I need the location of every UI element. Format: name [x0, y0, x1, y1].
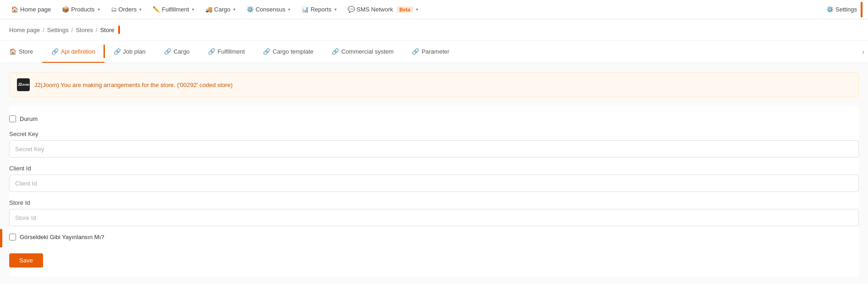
tab-cargo[interactable]: 🔗 Cargo	[155, 41, 199, 63]
consensus-icon: ⚙️	[246, 6, 254, 13]
fulfillment-icon: ✏️	[153, 6, 160, 13]
nav-orders-label: Orders	[119, 6, 137, 13]
parameter-tab-icon: 🔗	[412, 48, 419, 55]
chevron-down-icon: ▾	[416, 7, 418, 12]
durum-row: Durum	[9, 115, 859, 122]
nav-consensus[interactable]: ⚙️ Consensus ▾	[241, 0, 296, 19]
breadcrumb-current: Store	[100, 27, 115, 33]
chevron-down-icon: ▾	[233, 7, 235, 12]
logo-line2: JOOM	[22, 83, 29, 87]
nav-smsnetwork[interactable]: 💬 SMS Network Beta ▾	[342, 0, 424, 19]
durum-checkbox[interactable]	[9, 115, 16, 122]
chevron-down-icon: ▾	[192, 7, 194, 12]
left-side-indicator	[0, 229, 2, 247]
nav-settings[interactable]: ⚙️ Settings	[821, 0, 863, 19]
gorseldeki-label: Görseldeki Gibi Yayınlansın Mı?	[20, 234, 104, 240]
settings-icon: ⚙️	[826, 6, 834, 13]
chevron-down-icon: ▾	[288, 7, 290, 12]
save-button[interactable]: Save	[9, 253, 43, 268]
client-id-input[interactable]	[9, 175, 859, 192]
tab-api-definition-label: Api definition	[61, 48, 95, 55]
breadcrumb-homepage[interactable]: Home page	[9, 27, 40, 33]
secret-key-label: Secret Key	[9, 131, 859, 137]
breadcrumb-settings[interactable]: Settings	[47, 27, 69, 33]
nav-products-label: Products	[71, 6, 94, 13]
nav-reports[interactable]: 📊 Reports ▾	[296, 0, 342, 19]
nav-homepage-label: Home page	[20, 6, 51, 13]
content-area: J2 JOOM J2(Joom) You are making arrangem…	[0, 63, 868, 284]
tab-cargo-template-label: Cargo template	[273, 48, 313, 55]
breadcrumb-separator: /	[43, 27, 44, 33]
nav-consensus-label: Consensus	[256, 6, 285, 13]
nav-cargo-label: Cargo	[214, 6, 230, 13]
tab-store[interactable]: 🏠 Store	[0, 41, 42, 63]
gorseldeki-row: Görseldeki Gibi Yayınlansın Mı?	[9, 234, 859, 240]
tab-cargo-label: Cargo	[174, 48, 190, 55]
client-id-label: Client Id	[9, 165, 859, 172]
gorseldeki-checkbox[interactable]	[9, 234, 16, 240]
nav-cargo[interactable]: 🚚 Cargo ▾	[200, 0, 241, 19]
breadcrumb-separator: /	[71, 27, 73, 33]
secret-key-input[interactable]	[9, 140, 859, 158]
chevron-down-icon: ▾	[334, 7, 337, 12]
form-section: Durum Secret Key Client Id Store Id Görs…	[9, 106, 859, 277]
breadcrumb: Home page / Settings / Stores / Store	[0, 19, 868, 41]
tab-fulfillment-label: Fulfillment	[218, 48, 245, 55]
products-icon: 📦	[62, 6, 69, 13]
tab-parameter[interactable]: 🔗 Parameter	[403, 41, 459, 63]
tab-store-label: Store	[19, 48, 33, 55]
nav-orders[interactable]: 🗂 Orders ▾	[105, 0, 147, 19]
store-id-field: Store Id	[9, 199, 859, 226]
logo-line1: J2	[18, 82, 22, 87]
commercial-tab-icon: 🔗	[332, 48, 339, 55]
breadcrumb-separator: /	[96, 27, 98, 33]
tab-scroll-indicator: ›	[850, 41, 868, 63]
alert-message: J2(Joom) You are making arrangements for…	[34, 82, 233, 88]
orders-icon: 🗂	[111, 6, 117, 13]
reports-icon: 📊	[301, 6, 309, 13]
fulfillment-tab-icon: 🔗	[208, 48, 215, 55]
tab-job-plan-label: Job plan	[123, 48, 146, 55]
home-icon: 🏠	[11, 6, 18, 13]
store-id-input[interactable]	[9, 209, 859, 226]
client-id-field: Client Id	[9, 165, 859, 192]
tab-cargo-template[interactable]: 🔗 Cargo template	[254, 41, 322, 63]
nav-smsnetwork-label: SMS Network	[357, 6, 393, 13]
top-nav: 🏠 Home page 📦 Products ▾ 🗂 Orders ▾ ✏️ F…	[0, 0, 868, 19]
tab-commercial-system[interactable]: 🔗 Commercial system	[322, 41, 403, 63]
nav-homepage[interactable]: 🏠 Home page	[5, 0, 56, 19]
job-tab-icon: 🔗	[114, 48, 121, 55]
chevron-down-icon: ▾	[139, 7, 142, 12]
nav-products[interactable]: 📦 Products ▾	[56, 0, 105, 19]
active-indicator	[861, 2, 863, 17]
nav-settings-label: Settings	[835, 6, 857, 13]
tab-parameter-label: Parameter	[421, 48, 449, 55]
alert-banner: J2 JOOM J2(Joom) You are making arrangem…	[9, 72, 859, 97]
breadcrumb-active-bar	[118, 26, 120, 34]
cargo-template-tab-icon: 🔗	[263, 48, 270, 55]
tab-commercial-system-label: Commercial system	[341, 48, 393, 55]
store-id-label: Store Id	[9, 199, 859, 206]
tab-fulfillment[interactable]: 🔗 Fulfillment	[199, 41, 254, 63]
chevron-down-icon: ▾	[98, 7, 100, 12]
api-tab-icon: 🔗	[51, 48, 59, 55]
durum-label: Durum	[20, 115, 38, 122]
cargo-tab-icon: 🔗	[164, 48, 171, 55]
secret-key-field: Secret Key	[9, 131, 859, 158]
sms-icon: 💬	[348, 6, 355, 13]
joom-logo: J2 JOOM	[17, 78, 30, 91]
beta-badge: Beta	[397, 6, 413, 13]
nav-reports-label: Reports	[311, 6, 332, 13]
nav-fulfillment[interactable]: ✏️ Fulfillment ▾	[147, 0, 199, 19]
nav-fulfillment-label: Fulfillment	[162, 6, 189, 13]
store-tab-icon: 🏠	[9, 48, 16, 55]
tab-job-plan[interactable]: 🔗 Job plan	[104, 41, 155, 63]
tabs-container: 🏠 Store 🔗 Api definition 🔗 Job plan 🔗 Ca…	[0, 41, 868, 63]
breadcrumb-stores[interactable]: Stores	[76, 27, 93, 33]
cargo-icon: 🚚	[205, 6, 213, 13]
tab-api-definition[interactable]: 🔗 Api definition	[42, 41, 104, 63]
